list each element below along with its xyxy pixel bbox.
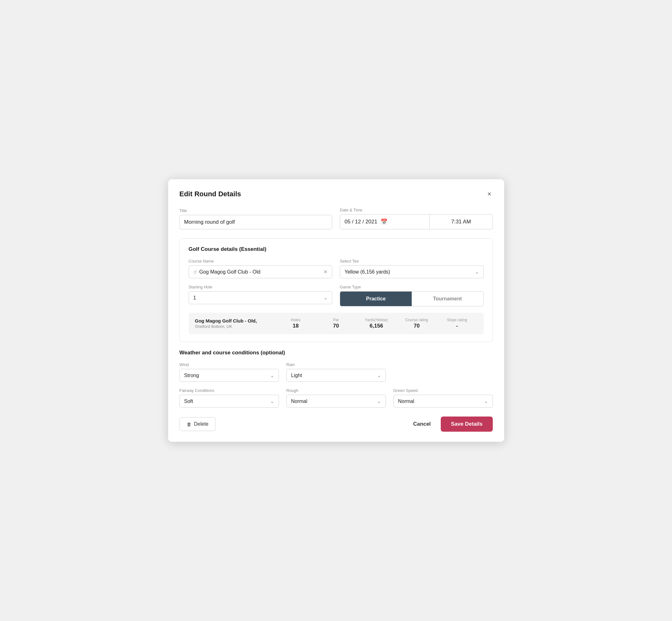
save-button[interactable]: Save Details: [441, 417, 493, 432]
game-type-group: Game Type Practice Tournament: [340, 285, 484, 306]
chevron-down-icon-rough: ⌄: [377, 398, 381, 404]
course-name-group: Course Name ☌ ✕: [189, 259, 333, 278]
close-button[interactable]: ×: [486, 189, 493, 199]
rating-stat: Course rating 70: [396, 318, 437, 329]
fairway-rough-green-row: Fairway Conditions Soft ⌄ Rough Normal ⌄…: [179, 388, 493, 408]
starting-hole-gametype-row: Starting Hole 1 ⌄ Game Type Practice Tou…: [189, 285, 484, 306]
trash-icon: 🗑: [187, 422, 192, 427]
holes-label: Holes: [276, 318, 316, 322]
wind-rain-row: Wind Strong ⌄ Rain Light ⌄: [179, 362, 493, 382]
slope-label: Slope rating: [437, 318, 477, 322]
wind-value: Strong: [184, 373, 270, 378]
slope-value: -: [437, 323, 477, 329]
chevron-down-icon-wind: ⌄: [270, 372, 274, 378]
practice-button[interactable]: Practice: [340, 292, 412, 306]
time-value: 7:31 AM: [451, 219, 471, 225]
datetime-inputs: 05 / 12 / 2021 📅 7:31 AM: [340, 214, 493, 230]
course-name-search[interactable]: ☌ ✕: [189, 265, 333, 278]
game-type-toggle: Practice Tournament: [340, 291, 484, 306]
game-type-label: Game Type: [340, 285, 484, 289]
yards-value: 6,156: [356, 323, 396, 329]
course-name-tee-row: Course Name ☌ ✕ Select Tee Yellow (6,156…: [189, 259, 484, 278]
rough-value: Normal: [291, 399, 377, 404]
title-label: Title: [179, 208, 333, 213]
green-speed-group: Green Speed Normal ⌄: [393, 388, 493, 408]
title-field-group: Title: [179, 208, 333, 230]
time-input[interactable]: 7:31 AM: [430, 214, 493, 230]
course-info-name: Gog Magog Golf Club - Old, Shelford Bott…: [195, 318, 276, 329]
date-input[interactable]: 05 / 12 / 2021 📅: [340, 214, 430, 230]
rough-label: Rough: [287, 388, 386, 393]
course-location: Shelford Bottom, UK: [195, 324, 276, 329]
tournament-button[interactable]: Tournament: [412, 292, 483, 306]
starting-hole-dropdown[interactable]: 1 ⌄: [189, 291, 333, 304]
right-actions: Cancel Save Details: [411, 417, 493, 432]
search-icon: ☌: [194, 269, 197, 275]
chevron-down-icon-green: ⌄: [484, 398, 488, 404]
chevron-down-icon-rain: ⌄: [377, 372, 381, 378]
starting-hole-group: Starting Hole 1 ⌄: [189, 285, 333, 306]
datetime-field-group: Date & Time 05 / 12 / 2021 📅 7:31 AM: [340, 208, 493, 230]
rain-value: Light: [291, 373, 377, 378]
rain-group: Rain Light ⌄: [287, 362, 386, 382]
rain-label: Rain: [287, 362, 386, 367]
course-name-label: Course Name: [189, 259, 333, 263]
par-stat: Par 70: [316, 318, 356, 329]
edit-round-modal: Edit Round Details × Title Date & Time 0…: [168, 179, 504, 442]
fairway-dropdown[interactable]: Soft ⌄: [179, 395, 279, 408]
starting-hole-value: 1: [194, 295, 324, 301]
fairway-group: Fairway Conditions Soft ⌄: [179, 388, 279, 408]
delete-label: Delete: [194, 421, 209, 427]
cancel-button[interactable]: Cancel: [411, 417, 433, 431]
select-tee-group: Select Tee Yellow (6,156 yards) ⌄: [340, 259, 484, 278]
weather-title: Weather and course conditions (optional): [179, 349, 493, 356]
top-fields: Title Date & Time 05 / 12 / 2021 📅 7:31 …: [179, 208, 493, 230]
title-input[interactable]: [179, 215, 333, 230]
modal-header: Edit Round Details ×: [179, 189, 493, 199]
select-tee-value: Yellow (6,156 yards): [344, 269, 475, 275]
yards-label: Yards(Yellow): [356, 318, 396, 322]
holes-stat: Holes 18: [276, 318, 316, 329]
select-tee-dropdown[interactable]: Yellow (6,156 yards) ⌄: [340, 265, 484, 278]
par-label: Par: [316, 318, 356, 322]
clear-icon[interactable]: ✕: [323, 269, 328, 275]
golf-course-section: Golf Course details (Essential) Course N…: [179, 238, 493, 342]
green-speed-dropdown[interactable]: Normal ⌄: [393, 395, 493, 408]
chevron-down-icon: ⌄: [475, 269, 479, 275]
delete-button[interactable]: 🗑 Delete: [179, 417, 216, 431]
fairway-value: Soft: [184, 399, 270, 404]
wind-group: Wind Strong ⌄: [179, 362, 279, 382]
course-info-bar: Gog Magog Golf Club - Old, Shelford Bott…: [189, 313, 484, 334]
modal-title: Edit Round Details: [179, 190, 241, 198]
green-speed-value: Normal: [398, 399, 484, 404]
holes-value: 18: [276, 323, 316, 329]
rough-group: Rough Normal ⌄: [287, 388, 386, 408]
wind-label: Wind: [179, 362, 279, 367]
slope-stat: Slope rating -: [437, 318, 477, 329]
select-tee-label: Select Tee: [340, 259, 484, 263]
course-name-input[interactable]: [199, 269, 321, 275]
golf-course-title: Golf Course details (Essential): [189, 246, 484, 252]
wind-dropdown[interactable]: Strong ⌄: [179, 369, 279, 382]
course-name-display: Gog Magog Golf Club - Old,: [195, 318, 276, 323]
chevron-down-icon-hole: ⌄: [323, 295, 328, 301]
par-value: 70: [316, 323, 356, 329]
yards-stat: Yards(Yellow) 6,156: [356, 318, 396, 329]
chevron-down-icon-fairway: ⌄: [270, 398, 274, 404]
footer-actions: 🗑 Delete Cancel Save Details: [179, 417, 493, 432]
starting-hole-label: Starting Hole: [189, 285, 333, 289]
green-speed-label: Green Speed: [393, 388, 493, 393]
rough-dropdown[interactable]: Normal ⌄: [287, 395, 386, 408]
rating-value: 70: [396, 323, 437, 329]
calendar-icon: 📅: [380, 218, 387, 225]
date-value: 05 / 12 / 2021: [344, 219, 377, 225]
datetime-label: Date & Time: [340, 208, 493, 212]
rating-label: Course rating: [396, 318, 437, 322]
fairway-label: Fairway Conditions: [179, 388, 279, 393]
rain-dropdown[interactable]: Light ⌄: [287, 369, 386, 382]
weather-section: Weather and course conditions (optional)…: [179, 349, 493, 408]
